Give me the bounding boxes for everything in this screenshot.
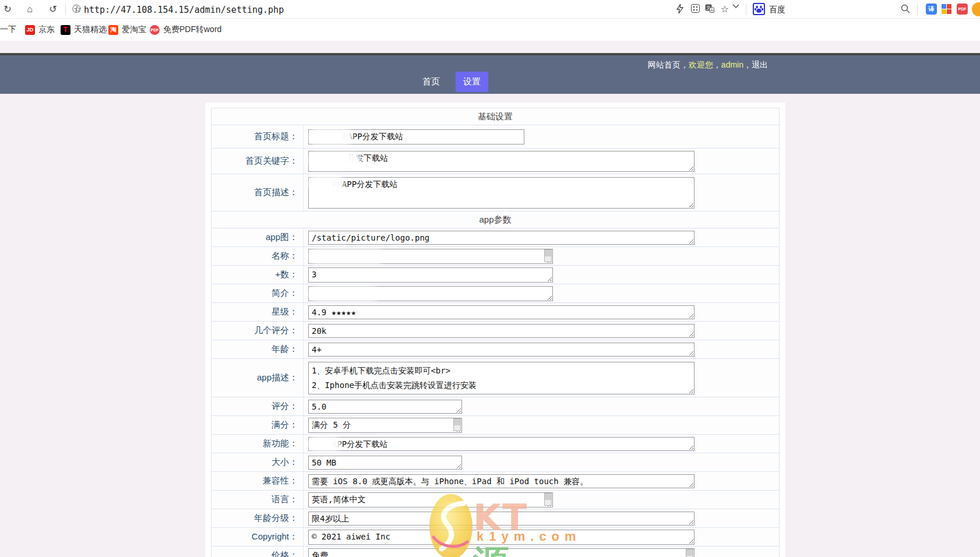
apps-grid-icon[interactable] xyxy=(691,4,701,15)
browser-window: ↻ ⌂ ↺ xyxy=(0,0,980,557)
translate-extension-icon[interactable]: 译 xyxy=(926,3,937,15)
new-features-input[interactable]: APP分发下载站 xyxy=(308,437,695,451)
favorite-star-icon[interactable]: ☆ xyxy=(720,4,730,15)
field-label: 年龄分级： xyxy=(254,513,298,524)
field-label: 年龄： xyxy=(272,344,298,355)
form-row-homepage-keywords: 首页关键字： 分发下载站 xyxy=(211,149,779,174)
pdf-favicon: PDF xyxy=(150,25,160,35)
form-row-size: 大小： 50 MB xyxy=(211,453,779,472)
bookmark-jd[interactable]: JD 京东 xyxy=(25,24,55,36)
section-title: 基础设置 xyxy=(478,111,513,122)
textarea-scrollbar[interactable] xyxy=(453,418,461,431)
field-label: 价格： xyxy=(272,550,298,557)
svg-text:A: A xyxy=(711,8,714,12)
logout-link[interactable]: 退出 xyxy=(752,60,768,69)
section-title: app参数 xyxy=(479,214,511,225)
search-engine-label[interactable]: 百度 xyxy=(769,5,785,15)
flash-icon[interactable] xyxy=(676,4,686,15)
form-row-star-rating: 星级： 4.9 ★★★★★ xyxy=(211,303,779,322)
refresh-icon[interactable]: ↻ xyxy=(2,4,13,15)
baidu-logo-icon[interactable] xyxy=(753,3,765,15)
bookmark-tmall[interactable]: T 天猫精选 xyxy=(61,24,107,36)
textarea-scrollbar[interactable] xyxy=(686,549,693,557)
settings-table: 基础设置 首页标题： 首页关键字： 分发下载站 首页描述： PPA xyxy=(211,108,780,557)
form-row-age-rating: 年龄分级： 限4岁以上 xyxy=(211,509,779,528)
field-label: app图： xyxy=(266,232,298,243)
search-icon[interactable] xyxy=(901,4,911,15)
form-row-copyright: Copyright： © 2021 aiwei Inc xyxy=(211,528,779,547)
colored-grid-extension-icon[interactable] xyxy=(942,4,951,14)
homepage-title-input[interactable] xyxy=(308,129,524,144)
field-label: app描述： xyxy=(257,372,298,383)
app-description-input[interactable]: 1、安卓手机下载完点击安装即可<br> 2、Iphone手机点击安装完跳转设置进… xyxy=(308,362,695,394)
field-label: 大小： xyxy=(272,457,298,468)
bookmark-pdf2word[interactable]: PDF 免费PDF转word xyxy=(150,24,221,36)
field-label: 名称： xyxy=(272,251,298,262)
form-row-compatibility: 兼容性： 需要 iOS 8.0 或更高版本。与 iPhone、iPad 和 iP… xyxy=(211,472,779,491)
price-input[interactable]: 免费 xyxy=(308,548,695,557)
bookmark-aitaobao[interactable]: 淘 爱淘宝 xyxy=(108,24,146,36)
tab-home[interactable]: 首页 xyxy=(415,72,447,92)
app-intro-input[interactable] xyxy=(308,286,553,301)
field-label: +数： xyxy=(275,269,298,280)
field-label: 几个评分： xyxy=(254,325,298,336)
field-label: 首页关键字： xyxy=(245,156,298,167)
size-input[interactable]: 50 MB xyxy=(308,456,462,470)
bookmark-baidu[interactable]: 度一下 xyxy=(0,24,16,36)
page-gap xyxy=(0,41,980,53)
plus-count-input[interactable]: 3 xyxy=(308,267,553,283)
form-row-age: 年龄： 4+ xyxy=(211,340,779,359)
age-input[interactable]: 4+ xyxy=(308,343,695,357)
form-row-app-image: app图： /static/picture/logo.png xyxy=(211,228,779,247)
field-label: 首页标题： xyxy=(254,131,298,142)
textarea-scrollbar[interactable] xyxy=(544,493,552,506)
field-label: 新功能： xyxy=(263,438,298,449)
form-row-new-features: 新功能： APP分发下载站 xyxy=(211,435,779,453)
form-row-full-score: 满分： 满分 5 分 xyxy=(211,416,779,435)
field-label: 兼容性： xyxy=(263,475,298,487)
app-name-input[interactable] xyxy=(308,249,553,264)
field-label: Copyright： xyxy=(252,531,298,542)
tab-settings[interactable]: 设置 xyxy=(456,72,488,92)
section-basic-settings: 基础设置 xyxy=(211,108,779,125)
site-home-link[interactable]: 网站首页 xyxy=(648,60,681,69)
pdf-extension-icon[interactable]: PDF xyxy=(957,3,968,15)
age-rating-input[interactable]: 限4岁以上 xyxy=(308,512,695,526)
form-row-price: 价格： 免费 xyxy=(211,547,779,557)
homepage-keywords-input[interactable]: 分发下载站 xyxy=(308,151,695,172)
browser-toolbar: ↻ ⌂ ↺ xyxy=(0,0,980,19)
copyright-input[interactable]: © 2021 aiwei Inc xyxy=(308,530,695,545)
app-image-input[interactable]: /static/picture/logo.png xyxy=(308,231,695,245)
language-input[interactable]: 英语,简体中文 xyxy=(308,492,553,507)
profile-avatar[interactable] xyxy=(972,2,980,16)
bookmarks-bar: 度一下 JD 京东 T 天猫精选 淘 爱淘宝 PDF 免费PDF转word xyxy=(0,19,980,41)
greeting-text: 欢迎您 xyxy=(689,60,713,69)
jd-favicon: JD xyxy=(25,25,35,35)
url-bar[interactable]: http://47.108.154.15/admin/setting.php xyxy=(84,5,284,15)
field-label: 满分： xyxy=(272,419,298,431)
compatibility-input[interactable]: 需要 iOS 8.0 或更高版本。与 iPhone、iPad 和 iPod to… xyxy=(308,474,695,488)
rating-count-input[interactable]: 20k xyxy=(308,324,695,338)
back-icon[interactable]: ↺ xyxy=(48,4,58,15)
settings-card: 基础设置 首页标题： 首页关键字： 分发下载站 首页描述： PPA xyxy=(205,103,785,557)
field-label: 简介： xyxy=(272,288,298,299)
field-label: 语言： xyxy=(272,494,298,505)
site-info-icon[interactable]: ⓘ xyxy=(72,4,80,15)
field-label: 星级： xyxy=(272,306,298,318)
star-rating-input[interactable]: 4.9 ★★★★★ xyxy=(308,305,695,319)
homepage-description-input[interactable]: PPAPP分发下载站 xyxy=(308,177,695,209)
main-nav: 首页 设置 xyxy=(415,72,488,92)
form-row-app-intro: 简介： xyxy=(211,284,779,303)
username-text: admin xyxy=(721,60,743,69)
field-label: 评分： xyxy=(272,401,298,412)
score-input[interactable]: 5.0 xyxy=(308,400,462,414)
form-row-plus-count: +数： 3 xyxy=(211,266,779,284)
section-app-params: app参数 xyxy=(211,211,779,228)
form-row-app-name: 名称： xyxy=(211,247,779,266)
textarea-scrollbar[interactable] xyxy=(544,249,552,262)
chevron-down-icon[interactable] xyxy=(732,4,743,15)
home-icon[interactable]: ⌂ xyxy=(24,4,35,15)
full-score-input[interactable]: 满分 5 分 xyxy=(308,418,462,433)
form-row-app-description: app描述： 1、安卓手机下载完点击安装即可<br> 2、Iphone手机点击安… xyxy=(211,359,779,397)
translate-page-icon[interactable]: 文A xyxy=(705,4,715,15)
